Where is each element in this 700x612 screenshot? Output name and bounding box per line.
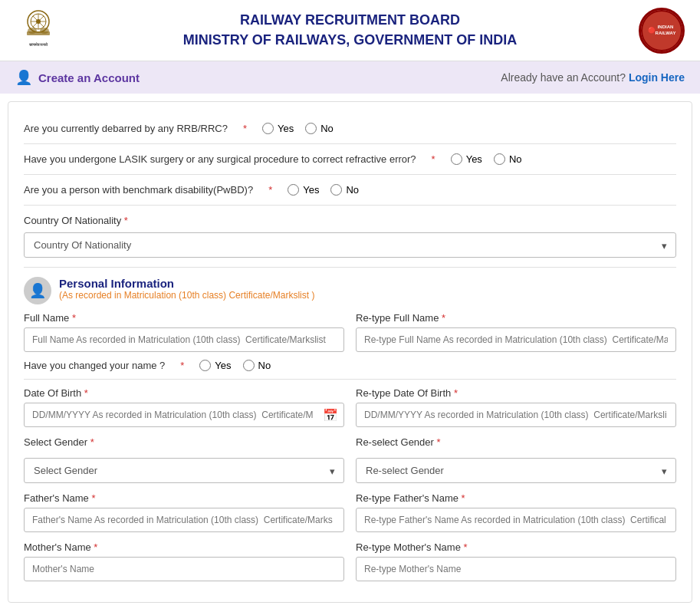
changed-name-label: Have you changed your name ?	[24, 360, 165, 371]
reselect-gender-group: Re-select Gender * Re-select Gender Male…	[356, 436, 676, 483]
nationality-label-row: Country Of Nationality *	[24, 215, 676, 226]
debarred-no-option[interactable]: No	[305, 123, 334, 134]
changed-name-no-option[interactable]: No	[243, 360, 271, 371]
full-name-input[interactable]	[24, 327, 344, 352]
select-gender-label: Select Gender *	[24, 436, 344, 448]
retype-dob-input[interactable]	[356, 403, 676, 427]
retype-fathers-name-input[interactable]	[356, 508, 676, 532]
full-name-row: Full Name * Re-type Full Name *	[24, 312, 676, 352]
header-title: RAILWAY RECRUITMENT BOARD MINISTRY OF RA…	[61, 11, 639, 49]
header-title-line2: MINISTRY OF RAILWAYS, GOVERNMENT OF INDI…	[183, 32, 517, 48]
dob-row: Date Of Birth * 📅 Re-type Date Of Birth …	[24, 387, 676, 427]
ashoka-emblem-logo: सत्यमेव जयते	[15, 6, 61, 54]
svg-point-9	[28, 28, 37, 34]
dob-input[interactable]	[24, 403, 344, 427]
changed-name-yes-label: Yes	[215, 360, 231, 371]
lasik-radio-group: Yes No	[451, 153, 522, 165]
lasik-no-radio[interactable]	[494, 153, 505, 165]
disability-yes-label: Yes	[303, 184, 319, 196]
changed-name-yes-radio[interactable]	[199, 360, 211, 371]
create-account-label: Create an Account	[38, 71, 140, 84]
calendar-icon[interactable]: 📅	[323, 408, 338, 423]
fathers-name-row: Father's Name * Re-type Father's Name *	[24, 492, 676, 532]
retype-mothers-name-label: Re-type Mother's Name *	[356, 541, 676, 553]
personal-info-section: 👤 Personal Information (As recorded in M…	[24, 268, 676, 591]
mothers-name-group: Mother's Name *	[24, 541, 344, 581]
retype-full-name-input[interactable]	[356, 327, 676, 352]
dob-group: Date Of Birth * 📅	[24, 387, 344, 427]
retype-fathers-name-group: Re-type Father's Name *	[356, 492, 676, 532]
fathers-name-input[interactable]	[24, 508, 344, 532]
debarred-yes-label: Yes	[278, 123, 294, 134]
disability-radio-group: Yes No	[288, 184, 359, 196]
disability-no-label: No	[346, 184, 359, 196]
nationality-select[interactable]: Country Of Nationality India Other	[24, 232, 676, 258]
svg-text:सत्यमेव जयते: सत्यमेव जयते	[28, 42, 48, 47]
dob-input-wrapper: 📅	[24, 403, 344, 427]
lasik-yes-radio[interactable]	[451, 153, 462, 165]
personal-info-title-block: Personal Information (As recorded in Mat…	[59, 277, 314, 301]
personal-info-header: 👤 Personal Information (As recorded in M…	[24, 277, 676, 304]
lasik-label: Have you undergone LASIK surgery or any …	[24, 153, 416, 165]
nationality-select-wrapper: Country Of Nationality India Other	[24, 232, 676, 258]
already-have-label: Already have an Account?	[501, 71, 626, 84]
user-icon: 👤	[15, 69, 32, 86]
select-gender-wrapper: Select Gender Male Female Other	[24, 458, 344, 483]
login-here-link[interactable]: Login Here	[629, 71, 685, 84]
disability-row: Are you a person with benchmark disabili…	[24, 175, 676, 206]
lasik-no-option[interactable]: No	[494, 153, 522, 165]
debarred-radio-group: Yes No	[262, 123, 334, 134]
retype-full-name-label: Re-type Full Name *	[356, 312, 676, 324]
disability-no-radio[interactable]	[330, 184, 342, 196]
gender-row: Select Gender * Select Gender Male Femal…	[24, 436, 676, 483]
select-gender-group: Select Gender * Select Gender Male Femal…	[24, 436, 344, 483]
retype-dob-group: Re-type Date Of Birth *	[356, 387, 676, 427]
debarred-yes-option[interactable]: Yes	[262, 123, 294, 134]
changed-name-no-label: No	[258, 360, 271, 371]
lasik-inline: Have you undergone LASIK surgery or any …	[24, 153, 676, 165]
lasik-yes-option[interactable]: Yes	[451, 153, 482, 165]
login-section: Already have an Account? Login Here	[501, 71, 685, 84]
debarred-inline: Are you currently debarred by any RRB/RR…	[24, 123, 676, 134]
full-name-group: Full Name *	[24, 312, 344, 352]
mothers-name-label: Mother's Name *	[24, 541, 344, 553]
mothers-name-input[interactable]	[24, 557, 344, 581]
reselect-gender-select[interactable]: Re-select Gender Male Female Other	[356, 458, 676, 483]
retype-dob-label: Re-type Date Of Birth *	[356, 387, 676, 399]
debarred-no-label: No	[320, 123, 334, 134]
retype-mothers-name-input[interactable]	[356, 557, 676, 581]
debarred-required: *	[243, 123, 247, 134]
fathers-name-group: Father's Name *	[24, 492, 344, 532]
lasik-required: *	[432, 153, 435, 165]
person-icon: 👤	[24, 277, 51, 304]
debarred-yes-radio[interactable]	[262, 123, 274, 134]
reselect-gender-label: Re-select Gender *	[356, 436, 676, 448]
create-account-section: 👤 Create an Account	[15, 69, 140, 86]
mothers-name-row: Mother's Name * Re-type Mother's Name *	[24, 541, 676, 581]
disability-no-option[interactable]: No	[330, 184, 359, 196]
select-gender-select[interactable]: Select Gender Male Female Other	[24, 458, 344, 483]
debarred-row: Are you currently debarred by any RRB/RR…	[24, 114, 676, 144]
debarred-label: Are you currently debarred by any RRB/RR…	[24, 123, 228, 134]
page-header: सत्यमेव जयते RAILWAY RECRUITMENT BOARD M…	[0, 0, 700, 61]
nationality-required: *	[124, 215, 128, 226]
disability-label: Are you a person with benchmark disabili…	[24, 184, 253, 196]
lasik-no-label: No	[509, 153, 522, 165]
header-title-line1: RAILWAY RECRUITMENT BOARD	[240, 12, 460, 28]
changed-name-radio-group: Yes No	[199, 360, 271, 371]
changed-name-required: *	[180, 360, 184, 371]
retype-mothers-name-group: Re-type Mother's Name *	[356, 541, 676, 581]
disability-yes-radio[interactable]	[288, 184, 299, 196]
disability-yes-option[interactable]: Yes	[288, 184, 319, 196]
fathers-name-label: Father's Name *	[24, 492, 344, 504]
debarred-no-radio[interactable]	[305, 123, 317, 134]
changed-name-no-radio[interactable]	[243, 360, 255, 371]
retype-full-name-group: Re-type Full Name *	[356, 312, 676, 352]
changed-name-yes-option[interactable]: Yes	[199, 360, 231, 371]
retype-fathers-name-label: Re-type Father's Name *	[356, 492, 676, 504]
dob-label: Date Of Birth *	[24, 387, 344, 399]
disability-inline: Are you a person with benchmark disabili…	[24, 184, 676, 196]
main-form: Are you currently debarred by any RRB/RR…	[8, 101, 692, 603]
full-name-label: Full Name *	[24, 312, 344, 324]
nationality-row: Country Of Nationality * Country Of Nati…	[24, 206, 676, 268]
